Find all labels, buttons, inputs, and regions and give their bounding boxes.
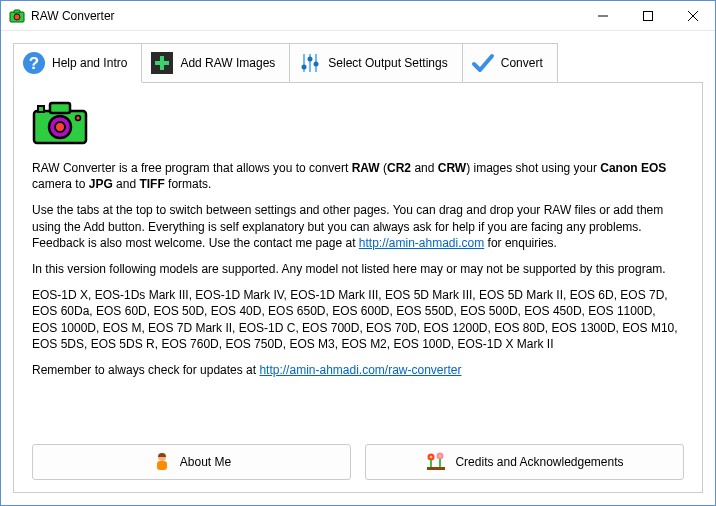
svg-point-23 <box>76 116 81 121</box>
credits-button[interactable]: Credits and Acknowledgements <box>365 444 684 480</box>
flowers-icon <box>425 451 447 474</box>
tab-output-settings[interactable]: Select Output Settings <box>290 43 462 83</box>
tab-label: Convert <box>501 56 543 70</box>
minimize-button[interactable] <box>580 1 625 30</box>
svg-rect-20 <box>38 106 44 112</box>
intro-p1: RAW Converter is a free program that all… <box>32 160 684 192</box>
svg-point-16 <box>308 57 313 62</box>
intro-p3: In this version following models are sup… <box>32 261 684 277</box>
sliders-icon <box>298 51 322 75</box>
svg-rect-1 <box>14 10 20 13</box>
checkmark-icon <box>471 51 495 75</box>
window-controls <box>580 1 715 30</box>
contact-link[interactable]: http://amin-ahmadi.com <box>359 236 484 250</box>
svg-rect-19 <box>50 103 70 113</box>
titlebar: RAW Converter <box>1 1 715 31</box>
tab-add-raw[interactable]: Add RAW Images <box>142 43 290 83</box>
tab-label: Select Output Settings <box>328 56 447 70</box>
svg-rect-25 <box>157 461 167 470</box>
add-icon <box>150 51 174 75</box>
svg-rect-31 <box>439 459 441 468</box>
updates-link[interactable]: http://amin-ahmadi.com/raw-converter <box>259 363 461 377</box>
about-me-button[interactable]: About Me <box>32 444 351 480</box>
tab-convert[interactable]: Convert <box>463 43 558 83</box>
window-title: RAW Converter <box>31 9 580 23</box>
tab-help-intro[interactable]: ? Help and Intro <box>13 43 142 83</box>
svg-point-22 <box>55 122 65 132</box>
help-icon: ? <box>22 51 46 75</box>
intro-text: RAW Converter is a free program that all… <box>32 160 684 388</box>
svg-point-2 <box>14 14 20 20</box>
svg-rect-4 <box>643 11 652 20</box>
bottom-buttons: About Me Credits and Acknowledgements <box>32 444 684 480</box>
close-button[interactable] <box>670 1 715 30</box>
maximize-button[interactable] <box>625 1 670 30</box>
models-list: EOS-1D X, EOS-1Ds Mark III, EOS-1D Mark … <box>32 287 684 352</box>
svg-text:?: ? <box>29 54 39 73</box>
button-label: About Me <box>180 455 231 469</box>
svg-point-17 <box>314 62 319 67</box>
svg-point-15 <box>302 65 307 70</box>
svg-point-27 <box>430 455 433 458</box>
intro-p2: Use the tabs at the top to switch betwee… <box>32 202 684 251</box>
help-panel: RAW Converter is a free program that all… <box>13 82 703 493</box>
tabs-row: ? Help and Intro Add RAW Images Se <box>13 43 703 83</box>
person-icon <box>152 451 172 474</box>
tab-label: Help and Intro <box>52 56 127 70</box>
svg-rect-32 <box>427 467 445 470</box>
button-label: Credits and Acknowledgements <box>455 455 623 469</box>
intro-p5: Remember to always check for updates at … <box>32 362 684 378</box>
app-icon <box>9 8 25 24</box>
svg-point-29 <box>439 454 442 457</box>
tab-label: Add RAW Images <box>180 56 275 70</box>
camera-icon <box>32 101 684 148</box>
svg-rect-30 <box>430 460 432 468</box>
